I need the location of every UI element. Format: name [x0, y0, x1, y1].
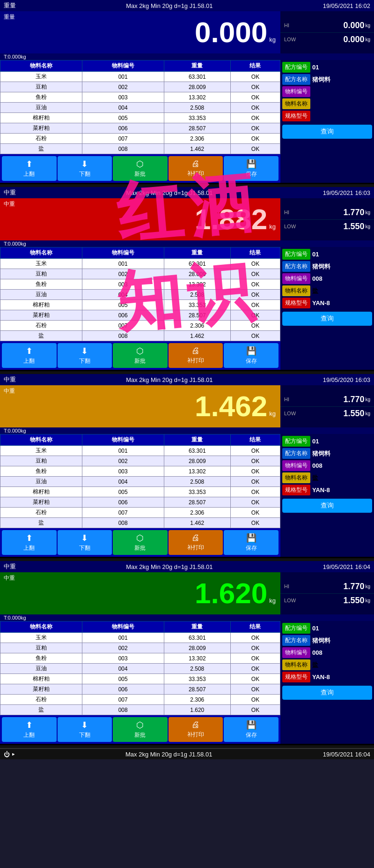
table-row: 玉米00163.301OK: [0, 72, 280, 82]
lo-unit-2: kg: [365, 411, 370, 416]
btn-上翻[interactable]: ⬆ 上翻: [2, 156, 57, 181]
table-cell: OK: [230, 269, 280, 279]
hi-unit-1: kg: [365, 210, 370, 215]
formula-no-label: 配方编号: [282, 249, 310, 260]
content-area-1: 物料名称物料编号重量结果 玉米00163.301OK 豆粕00228.009OK…: [0, 247, 374, 370]
material-no-label: 物料编号: [282, 86, 310, 97]
hi-row-1: HI 1.770 kg: [280, 206, 374, 220]
material-name-label: 物料名称: [282, 659, 310, 670]
lo-label-0: LOW: [284, 37, 298, 42]
btn-保存[interactable]: 💾 保存: [224, 530, 279, 555]
table-cell: 1.620: [164, 705, 230, 715]
info-formula-name-row: 配方名称 猪饲料: [282, 448, 372, 459]
table-cell: 33.353: [164, 487, 230, 497]
info-spec-row: 规格型号: [282, 111, 372, 121]
btn-新批[interactable]: ⬡ 新批: [113, 530, 168, 555]
btn-下翻[interactable]: ⬇ 下翻: [58, 343, 112, 368]
btn-保存[interactable]: 💾 保存: [224, 156, 279, 181]
btn-补打印[interactable]: 🖨 补打印: [169, 717, 223, 742]
btn-补打印[interactable]: 🖨 补打印: [169, 156, 223, 181]
table-cell: 菜籽粕: [0, 123, 82, 134]
btn-补打印[interactable]: 🖨 补打印: [169, 530, 223, 555]
query-button-0[interactable]: 查询: [282, 125, 372, 139]
table-cell: 盐: [0, 144, 82, 154]
weight-side-1: HI 1.770 kg LOW 1.550 kg: [280, 198, 374, 240]
topbar-center-2: Max 2kg Min 20g d=1g J1.58.01: [126, 376, 213, 383]
table-header: 物料编号: [82, 247, 164, 259]
formula-name-value: 猪饲料: [312, 262, 330, 271]
table-cell: 005: [82, 487, 164, 497]
table-cell: OK: [230, 653, 280, 664]
table-cell: 2.508: [164, 103, 230, 113]
spec-value: YAN-8: [312, 299, 330, 307]
info-formula-name-row: 配方名称 猪饲料: [282, 74, 372, 85]
btn-下翻[interactable]: ⬇ 下翻: [58, 156, 112, 181]
btn-上翻[interactable]: ⬆ 上翻: [2, 530, 57, 555]
btn-保存[interactable]: 💾 保存: [224, 717, 279, 742]
topbar-2: 中重 Max 2kg Min 20g d=1g J1.58.01 19/05/2…: [0, 374, 374, 385]
right-panel-3: 配方编号 01 配方名称 猪饲料 物料编号 008 物料名称 盐 规格型号 YA…: [280, 621, 374, 744]
formula-name-label: 配方名称: [282, 261, 310, 272]
table-header: 物料名称: [0, 621, 82, 633]
weight-area-2: 中重 1.462 kg HI 1.770 kg LOW 1.550: [0, 385, 374, 427]
table-cell: OK: [230, 82, 280, 92]
btn-新批[interactable]: ⬡ 新批: [113, 156, 168, 181]
info-material-name-row: 物料名称 盐: [282, 285, 372, 296]
info-material-no-row: 物料编号 008: [282, 460, 372, 471]
table-cell: 豆油: [0, 664, 82, 674]
material-no-label: 物料编号: [282, 460, 310, 471]
btn-下翻[interactable]: ⬇ 下翻: [58, 530, 112, 555]
table-cell: 005: [82, 300, 164, 310]
table-cell: OK: [230, 72, 280, 82]
weight-value-1: 1.882: [195, 205, 267, 234]
table-cell: OK: [230, 113, 280, 123]
topbar-right-2: 19/05/2020 16:03: [323, 376, 370, 383]
data-table-1: 物料名称物料编号重量结果 玉米00163.301OK 豆粕00228.009OK…: [0, 247, 280, 341]
material-name-label: 物料名称: [282, 98, 310, 109]
material-name-label: 物料名称: [282, 472, 310, 483]
query-button-1[interactable]: 查询: [282, 312, 372, 326]
btn-补打印[interactable]: 🖨 补打印: [169, 343, 223, 368]
table-row: 棉籽粕00533.353OK: [0, 487, 280, 497]
table-cell: OK: [230, 259, 280, 269]
table-cell: 001: [82, 72, 164, 82]
table-cell: 28.009: [164, 269, 230, 279]
topbar-right-3: 19/05/2021 16:04: [323, 563, 370, 570]
table-cell: OK: [230, 290, 280, 300]
table-cell: 豆油: [0, 477, 82, 487]
btn-上翻[interactable]: ⬆ 上翻: [2, 717, 57, 742]
content-area-3: 物料名称物料编号重量结果 玉米00163.301OK 豆粕00228.009OK…: [0, 621, 374, 744]
info-spec-row: 规格型号 YAN-8: [282, 485, 372, 495]
btn-新批[interactable]: ⬡ 新批: [113, 717, 168, 742]
table-cell: OK: [230, 497, 280, 508]
btn-label-4: 保存: [246, 544, 257, 552]
weight-label-0: 重量: [4, 13, 15, 21]
query-button-2[interactable]: 查询: [282, 499, 372, 513]
btn-上翻[interactable]: ⬆ 上翻: [2, 343, 57, 368]
query-button-3[interactable]: 查询: [282, 686, 372, 700]
table-row: 石粉0072.306OK: [0, 508, 280, 518]
info-formula-no-row: 配方编号 01: [282, 623, 372, 634]
btn-icon-2: ⬡: [136, 720, 144, 730]
formula-no-label: 配方编号: [282, 62, 310, 73]
weight-main-1: 中重 1.882 kg: [0, 198, 280, 240]
spec-label: 规格型号: [282, 672, 310, 682]
btn-新批[interactable]: ⬡ 新批: [113, 343, 168, 368]
table-cell: 008: [82, 705, 164, 715]
table-row: 豆粕00228.009OK: [0, 82, 280, 92]
table-cell: 石粉: [0, 508, 82, 518]
table-cell: 菜籽粕: [0, 497, 82, 508]
table-cell: 13.302: [164, 279, 230, 290]
info-formula-name-row: 配方名称 猪饲料: [282, 261, 372, 272]
table-row: 菜籽粕00628.507OK: [0, 123, 280, 134]
btn-icon-1: ⬇: [81, 346, 88, 356]
table-cell: 盐: [0, 518, 82, 528]
weight-area-3: 中重 1.620 kg HI 1.770 kg LOW 1.550: [0, 572, 374, 614]
left-content-2: 物料名称物料编号重量结果 玉米00163.301OK 豆粕00228.009OK…: [0, 434, 280, 557]
btn-icon-2: ⬡: [136, 533, 144, 543]
table-cell: 008: [82, 331, 164, 341]
btn-label-1: 下翻: [79, 357, 90, 365]
btn-保存[interactable]: 💾 保存: [224, 343, 279, 368]
btn-下翻[interactable]: ⬇ 下翻: [58, 717, 112, 742]
formula-no-value: 01: [312, 251, 319, 258]
